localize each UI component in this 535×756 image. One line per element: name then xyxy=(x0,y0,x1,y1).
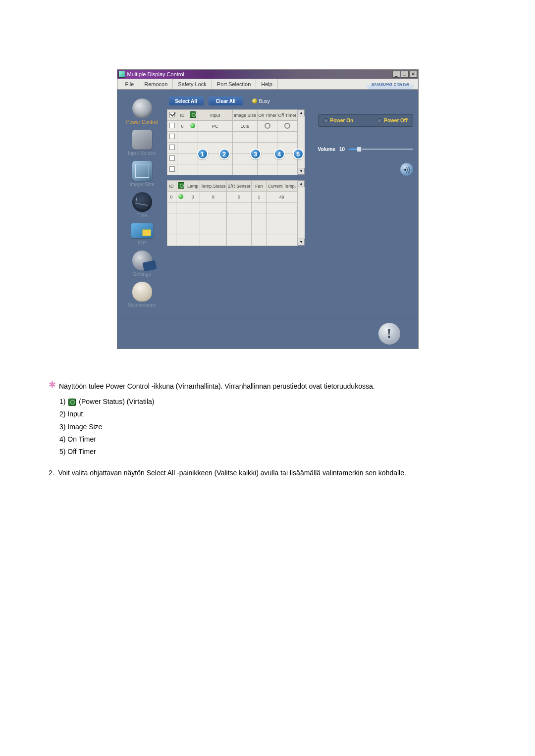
menu-safety-lock[interactable]: Safety Lock xyxy=(173,79,212,89)
grid-scrollbar[interactable]: ▴ ▾ xyxy=(298,180,305,246)
settings-icon xyxy=(132,251,152,270)
table-row[interactable] xyxy=(167,164,297,175)
table-row[interactable]: 0 0 0 0 1 49 xyxy=(167,192,297,202)
list-item: 3) Image Size xyxy=(59,421,490,432)
sidebar-item-label: Power Control xyxy=(117,119,167,125)
volume-slider[interactable] xyxy=(349,149,413,150)
device-grid: ID Input Image Size On Timer Off Timer 0… xyxy=(167,109,298,175)
status-grid: ID Lamp Temp.Status B/R Senser Fan Curre… xyxy=(167,180,298,246)
power-control-icon xyxy=(132,99,152,118)
sidebar-item-label: Input Source xyxy=(117,151,167,156)
time-icon xyxy=(132,192,152,212)
table-row[interactable]: 0 PC 16:9 xyxy=(167,121,297,132)
busy-led-icon xyxy=(252,99,257,103)
power-status-icon xyxy=(190,123,195,128)
sidebar-item-input-source[interactable]: Input Source xyxy=(117,130,167,156)
app-window: Multiple Display Control _ □ ✕ File Remo… xyxy=(117,69,419,349)
volume-label: Volume xyxy=(318,147,335,152)
power-status-header-icon xyxy=(190,111,196,118)
alert-icon: ! xyxy=(378,323,400,345)
grid-scrollbar[interactable]: ▴ ▾ xyxy=(298,109,305,175)
radio-dot-icon xyxy=(323,118,328,123)
sidebar-item-settings[interactable]: Settings xyxy=(117,251,167,277)
scroll-down-button[interactable]: ▾ xyxy=(298,239,305,246)
pip-icon xyxy=(131,223,153,238)
close-button[interactable]: ✕ xyxy=(409,71,417,78)
sidebar-item-label: Settings xyxy=(117,271,167,277)
sidebar-item-label: Maintenance xyxy=(117,302,167,308)
on-timer-icon xyxy=(265,123,270,129)
sidebar-item-pip[interactable]: PIP xyxy=(117,223,167,246)
busy-indicator: Busy xyxy=(252,99,270,104)
star-bullet-icon: ✱ xyxy=(49,380,56,390)
table-row[interactable] xyxy=(167,132,297,143)
menu-bar: File Remocon Safety Lock Port Selection … xyxy=(117,79,418,90)
doc-text: ✱Näyttöön tulee Power Control -ikkuna (V… xyxy=(49,379,490,478)
sidebar-item-time[interactable]: Time xyxy=(117,192,167,218)
maintenance-icon xyxy=(132,282,152,302)
power-status-header-icon xyxy=(178,182,184,189)
slider-thumb[interactable] xyxy=(357,147,362,152)
power-on-radio[interactable]: Power On xyxy=(323,118,354,123)
scroll-down-button[interactable]: ▾ xyxy=(298,168,305,175)
footer-strip: ! xyxy=(117,318,418,349)
table-row[interactable] xyxy=(167,153,297,164)
speaker-icon[interactable]: ◂)) xyxy=(400,163,413,176)
list-item: 1) (Power Status) (Virtatila) xyxy=(59,396,490,407)
sidebar-item-label: Image Size xyxy=(117,182,167,187)
volume-value: 10 xyxy=(339,147,345,152)
title-bar: Multiple Display Control _ □ ✕ xyxy=(117,70,418,79)
menu-remocon[interactable]: Remocon xyxy=(139,79,173,89)
sidebar-item-label: PIP xyxy=(117,240,167,246)
radio-dot-icon xyxy=(377,118,382,123)
power-off-radio[interactable]: Power Off xyxy=(377,118,407,123)
window-title: Multiple Display Control xyxy=(127,71,185,77)
sidebar-item-maintenance[interactable]: Maintenance xyxy=(117,282,167,308)
off-timer-icon xyxy=(284,123,290,129)
table-row xyxy=(167,213,297,224)
maximize-button[interactable]: □ xyxy=(401,71,409,78)
clear-all-button[interactable]: Clear All xyxy=(209,97,243,105)
table-row xyxy=(167,202,297,213)
control-panel: Power On Power Off Volume 10 ◂)) xyxy=(314,95,418,313)
list-item: 5) Off Timer xyxy=(59,446,490,457)
header-check-icon xyxy=(169,112,175,117)
table-row xyxy=(167,235,297,246)
list-item: 2) Input xyxy=(59,408,490,419)
doc-note: 2. Voit valita ohjattavan näytön Select … xyxy=(49,467,490,478)
power-status-badge-icon xyxy=(68,399,76,406)
image-size-icon xyxy=(132,161,152,181)
menu-file[interactable]: File xyxy=(120,79,140,89)
sidebar-item-label: Time xyxy=(117,213,167,218)
window-controls: _ □ ✕ xyxy=(392,71,417,78)
menu-help[interactable]: Help xyxy=(256,79,278,89)
row-checkbox[interactable] xyxy=(169,123,175,128)
sidebar-item-power-control[interactable]: Power Control xyxy=(117,99,167,125)
scroll-up-button[interactable]: ▴ xyxy=(298,180,305,187)
input-source-icon xyxy=(132,130,152,150)
scroll-up-button[interactable]: ▴ xyxy=(298,109,305,116)
sidebar-item-image-size[interactable]: Image Size xyxy=(117,161,167,187)
minimize-button[interactable]: _ xyxy=(392,71,400,78)
table-row xyxy=(167,224,297,235)
sidebar: Power Control Input Source Image Size Ti… xyxy=(117,95,167,313)
table-row[interactable] xyxy=(167,143,297,153)
app-icon xyxy=(118,71,125,78)
brand-logo: SAMSUNG DIGITall xyxy=(366,79,414,89)
power-status-icon xyxy=(178,194,183,199)
select-all-button[interactable]: Select All xyxy=(169,97,204,105)
menu-port-selection[interactable]: Port Selection xyxy=(212,79,256,89)
list-item: 4) On Timer xyxy=(59,434,490,445)
